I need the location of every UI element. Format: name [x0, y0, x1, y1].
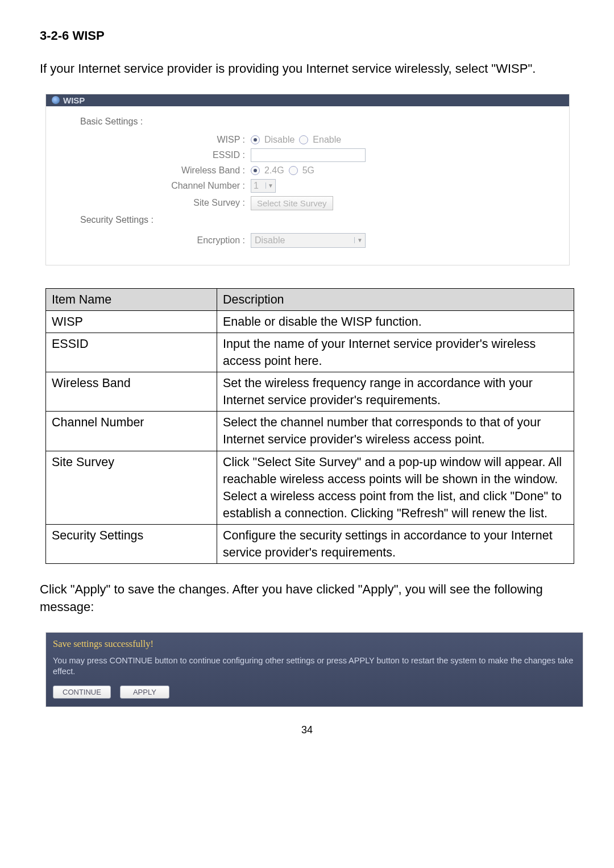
band-label: Wireless Band :	[63, 165, 251, 176]
confirm-message: You may press CONTINUE button to continu…	[53, 655, 576, 678]
channel-label: Channel Number :	[63, 181, 251, 191]
table-row: ESSID Input the name of your Internet se…	[46, 333, 574, 372]
cell-desc: Configure the security settings in accor…	[217, 524, 574, 563]
wisp-option-disable: Disable	[264, 135, 294, 145]
page-number: 34	[40, 724, 574, 736]
cell-desc: Set the wireless frequency range in acco…	[217, 372, 574, 412]
chevron-down-icon: ▼	[354, 237, 365, 243]
apply-button[interactable]: APPLY	[120, 686, 169, 699]
table-row: Channel Number Select the channel number…	[46, 412, 574, 451]
continue-button[interactable]: CONTINUE	[53, 686, 111, 699]
cell-item: ESSID	[46, 333, 217, 372]
cell-item: Channel Number	[46, 412, 217, 451]
table-row: Wireless Band Set the wireless frequency…	[46, 372, 574, 412]
channel-value: 1	[251, 181, 265, 191]
col-description: Description	[217, 288, 574, 310]
row-survey: Site Survey : Select Site Survey	[63, 196, 552, 210]
essid-label: ESSID :	[63, 150, 251, 160]
cell-item: Security Settings	[46, 524, 217, 563]
wisp-settings-panel: WISP Basic Settings : WISP : Disable Ena…	[45, 94, 570, 265]
encryption-value: Disable	[251, 235, 354, 246]
basic-settings-label: Basic Settings :	[80, 117, 552, 127]
save-confirmation-panel: Save settings successfully! You may pres…	[45, 632, 583, 707]
cell-desc: Input the name of your Internet service …	[217, 333, 574, 372]
confirm-title: Save settings successfully!	[53, 638, 576, 650]
table-row: WISP Enable or disable the WISP function…	[46, 310, 574, 333]
row-encryption: Encryption : Disable ▼	[63, 233, 552, 248]
encryption-select[interactable]: Disable ▼	[251, 233, 366, 248]
essid-input[interactable]	[251, 148, 366, 162]
description-table: Item Name Description WISP Enable or dis…	[45, 288, 574, 564]
wisp-radio-disable[interactable]	[251, 135, 260, 144]
row-band: Wireless Band : 2.4G 5G	[63, 165, 552, 176]
wisp-option-enable: Enable	[313, 135, 341, 145]
channel-select[interactable]: 1 ▼	[251, 179, 276, 193]
table-row: Security Settings Configure the security…	[46, 524, 574, 563]
table-header-row: Item Name Description	[46, 288, 574, 310]
row-essid: ESSID :	[63, 148, 552, 162]
table-row: Site Survey Click "Select Site Survey" a…	[46, 451, 574, 524]
apply-paragraph: Click "Apply" to save the changes. After…	[40, 581, 574, 616]
intro-paragraph: If your Internet service provider is pro…	[40, 60, 574, 78]
band-option-5g: 5G	[302, 165, 314, 176]
wisp-label: WISP :	[63, 135, 251, 145]
chevron-down-icon: ▼	[265, 182, 275, 189]
survey-label: Site Survey :	[63, 198, 251, 208]
band-option-24g: 2.4G	[264, 165, 284, 176]
band-radio-5g[interactable]	[289, 166, 298, 175]
col-item-name: Item Name	[46, 288, 217, 310]
cell-desc: Click "Select Site Survey" and a pop-up …	[217, 451, 574, 524]
row-wisp: WISP : Disable Enable	[63, 135, 552, 145]
panel-header: WISP	[46, 94, 569, 106]
cell-item: Site Survey	[46, 451, 217, 524]
security-settings-label: Security Settings :	[80, 215, 552, 225]
cell-item: WISP	[46, 310, 217, 333]
cell-desc: Select the channel number that correspon…	[217, 412, 574, 451]
encryption-label: Encryption :	[63, 235, 251, 246]
section-heading: 3-2-6 WISP	[40, 28, 574, 43]
select-site-survey-button[interactable]: Select Site Survey	[251, 196, 333, 210]
row-channel: Channel Number : 1 ▼	[63, 179, 552, 193]
panel-bullet-icon	[52, 96, 60, 104]
band-radio-24g[interactable]	[251, 166, 260, 175]
wisp-radio-enable[interactable]	[299, 135, 308, 144]
cell-desc: Enable or disable the WISP function.	[217, 310, 574, 333]
panel-title: WISP	[63, 95, 85, 105]
cell-item: Wireless Band	[46, 372, 217, 412]
